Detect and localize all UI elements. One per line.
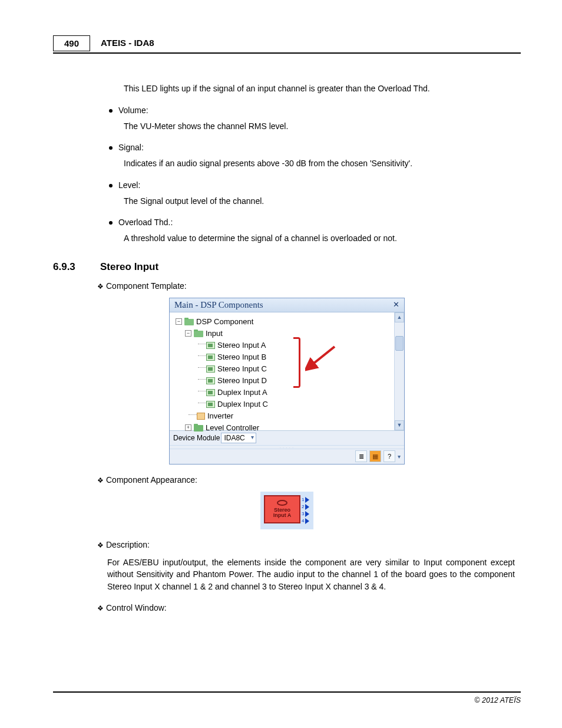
tree-leaf[interactable]: Stereo Input D: [172, 375, 402, 387]
intro-paragraph: This LED lights up if the signal of an i…: [124, 83, 521, 95]
bullet-icon: [109, 146, 113, 150]
diamond-icon: ❖: [97, 476, 104, 485]
bullet-item: Level:: [109, 180, 521, 190]
component-icon: [206, 401, 215, 408]
doc-title: ATEIS - IDA8: [101, 35, 154, 51]
bullet-item: Volume:: [109, 106, 521, 115]
bracket-highlight: [293, 337, 300, 388]
tree-panel: Main - DSP Components ✕ ▲ ▼ − DSP Compon…: [169, 298, 405, 465]
bullet-label: Volume:: [118, 106, 148, 115]
tree-leaf[interactable]: Duplex Input A: [172, 387, 402, 398]
tree-label: Level Controller: [206, 423, 259, 432]
tree-node-root[interactable]: − DSP Component: [172, 316, 402, 328]
port-arrow-icon: [305, 504, 309, 510]
component-block: Stereo Input A: [264, 495, 300, 523]
component-preview: Stereo Input A 1 2 3 4: [260, 492, 313, 529]
component-icon: [206, 365, 215, 373]
svg-line-1: [311, 347, 335, 365]
folder-icon: [194, 424, 203, 431]
folder-open-icon: [194, 330, 203, 337]
tree-label: Duplex Input A: [217, 388, 267, 397]
subheading-description: ❖Description:: [97, 540, 521, 549]
tree-title-text: Main - DSP Components: [174, 300, 263, 310]
component-ports: 1 2 3 4: [302, 495, 309, 526]
bullet-icon: [109, 221, 113, 225]
scroll-up-icon[interactable]: ▲: [395, 312, 404, 322]
inverter-icon: [197, 413, 205, 420]
port-arrow-icon: [305, 497, 309, 503]
bullet-icon: [109, 109, 113, 113]
device-module-label: Device Module: [173, 434, 220, 442]
section-heading: 6.9.3 Stereo Input: [53, 261, 521, 273]
component-icon: [206, 342, 215, 349]
bullet-desc: Indicates if an audio signal presents ab…: [124, 158, 521, 170]
diamond-icon: ❖: [97, 541, 104, 549]
page-header: 490 ATEIS - IDA8: [53, 35, 521, 54]
tree-label: Stereo Input D: [217, 376, 267, 385]
bullet-item: Overload Thd.:: [109, 218, 521, 227]
scroll-thumb[interactable]: [395, 336, 404, 351]
bullet-label: Level:: [118, 180, 140, 190]
tree-label: Duplex Input C: [217, 400, 268, 409]
close-icon[interactable]: ✕: [393, 300, 399, 309]
page-footer: © 2012 ATEÏS: [53, 691, 521, 704]
list-view-icon[interactable]: ≣: [355, 450, 367, 462]
bullet-item: Signal:: [109, 143, 521, 152]
tree-label: Stereo Input C: [217, 364, 267, 373]
bullet-desc: The VU-Meter shows the channel RMS level…: [124, 121, 521, 133]
section-number: 6.9.3: [53, 261, 100, 273]
folder-open-icon: [184, 318, 194, 325]
subheading-appearance: ❖Component Appearance:: [97, 475, 521, 485]
tree-leaf[interactable]: Stereo Input A: [172, 340, 402, 351]
tree-body: ▲ ▼ − DSP Component − Input Stereo Input…: [170, 312, 404, 430]
tree-title-bar: Main - DSP Components ✕: [170, 298, 404, 312]
subheading-control: ❖Control Window:: [97, 603, 521, 612]
subheading-template: ❖Component Template:: [97, 281, 521, 291]
bullet-label: Signal:: [118, 143, 144, 152]
bullet-desc: The Signal output level of the channel.: [124, 196, 521, 207]
arrow-icon: [305, 342, 340, 377]
collapse-icon[interactable]: −: [176, 318, 182, 325]
expand-icon[interactable]: +: [185, 424, 191, 431]
component-icon: [206, 389, 215, 396]
tree-label: Inverter: [207, 411, 233, 420]
port-arrow-icon: [305, 511, 309, 517]
description-paragraph: For AES/EBU input/output, the elements i…: [107, 556, 515, 592]
tree-leaf[interactable]: Stereo Input C: [172, 363, 402, 375]
tree-label: Stereo Input B: [217, 353, 266, 361]
grid-view-icon[interactable]: ▦: [369, 450, 381, 462]
component-icon: [206, 377, 215, 384]
component-label-line2: Input A: [273, 513, 292, 519]
diamond-icon: ❖: [97, 282, 104, 291]
tree-leaf[interactable]: Stereo Input B: [172, 351, 402, 363]
device-module-select[interactable]: IDA8C: [221, 433, 256, 443]
component-icon: [206, 354, 215, 361]
help-icon[interactable]: ?: [384, 450, 395, 462]
scroll-down-icon[interactable]: ▼: [395, 420, 404, 430]
tree-leaf[interactable]: Inverter: [172, 410, 402, 422]
tree-toolbar: ≣ ▦ ? ▾: [170, 449, 404, 464]
tree-leaf[interactable]: Duplex Input C: [172, 398, 402, 410]
bullet-desc: A threshold value to determine the signa…: [124, 233, 521, 245]
page-number: 490: [53, 35, 90, 51]
collapse-icon[interactable]: −: [185, 330, 191, 337]
tree-node-input[interactable]: − Input: [172, 328, 402, 340]
dropdown-arrow-icon[interactable]: ▾: [398, 453, 401, 460]
diamond-icon: ❖: [97, 604, 104, 612]
tree-label: Stereo Input A: [217, 341, 266, 350]
bullet-label: Overload Thd.:: [118, 218, 173, 227]
section-title: Stereo Input: [100, 261, 158, 273]
bullet-icon: [109, 184, 113, 187]
port-arrow-icon: [305, 518, 309, 524]
tree-label: Input: [206, 329, 223, 338]
scrollbar[interactable]: ▲ ▼: [394, 312, 404, 430]
tree-label: DSP Component: [196, 317, 253, 326]
tree-node-level[interactable]: + Level Controller: [172, 422, 402, 434]
component-symbol-icon: [277, 500, 287, 506]
